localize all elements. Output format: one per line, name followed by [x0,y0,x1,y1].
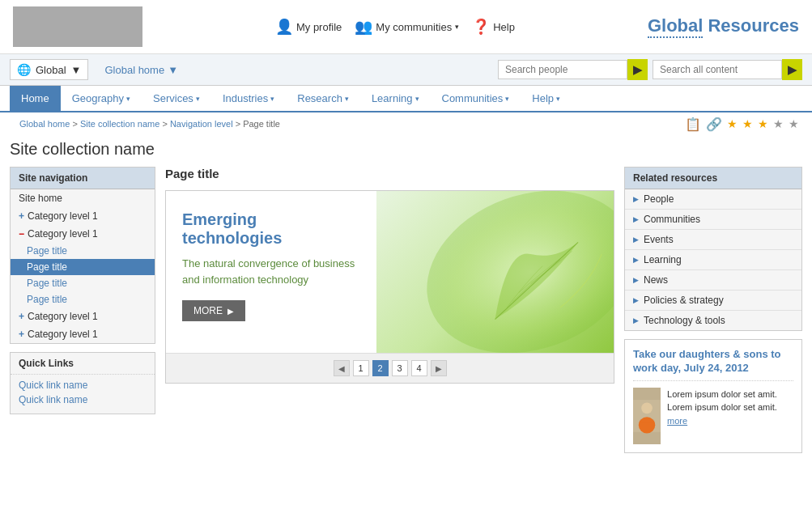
quick-links-header: Quick Links [11,353,155,375]
carousel-description: The natural convergence of business and … [182,256,360,287]
page-body: Site collection name Site navigation Sit… [0,132,812,461]
quick-links-box: Quick Links Quick link name Quick link n… [10,352,155,414]
svg-point-3 [639,417,655,433]
event-text: Lorem ipsum dolor set amit. Lorem ipsum … [667,388,793,414]
breadcrumb-nav-level[interactable]: Navigation level [170,119,233,129]
search-all-wrap: ▶ [653,59,802,80]
more-arrow-icon: ▶ [227,307,234,316]
site-collection-name: Site collection name [10,140,802,159]
carousel-inner: Emerging technologies The natural conver… [166,191,614,353]
quick-link-1[interactable]: Quick link name [19,380,147,391]
nav-home[interactable]: Home [10,86,61,111]
breadcrumb-site-collection[interactable]: Site collection name [80,119,159,129]
carousel-pagination: ◀ 1 2 3 4 ▶ [166,353,614,383]
learning-arrow: ▾ [415,95,419,103]
brand-area: Global Resources [648,15,799,38]
globe-icon: 🌐 [17,63,31,76]
related-events[interactable]: ▶ Events [625,230,801,250]
related-people[interactable]: ▶ People [625,189,801,210]
profile-icon: 👤 [275,18,293,36]
search-inputs: ▶ ▶ [498,59,802,80]
carousel-next-button[interactable]: ▶ [431,360,447,376]
sidebar-page3[interactable]: Page title [11,291,155,308]
event-box: Take our daughters & sons to work day, J… [624,339,802,453]
copy-icon[interactable]: 📋 [685,117,701,132]
top-nav: 👤 My profile 👥 My communities ▾ ❓ Help [275,18,515,36]
global-select[interactable]: 🌐 Global ▼ [10,59,88,80]
carousel-page-1[interactable]: 1 [353,360,369,376]
search-people-input[interactable] [498,60,627,79]
logo [13,6,142,47]
logo-area [13,6,142,47]
sidebar-cat2[interactable]: − Category level 1 [11,225,155,243]
search-all-input[interactable] [653,60,782,79]
people-tri-icon: ▶ [633,195,639,203]
site-navigation-box: Site navigation Site home + Category lev… [10,167,155,344]
link-icon[interactable]: 🔗 [706,117,722,132]
communities-nav-arrow: ▾ [505,95,509,103]
star-5-icon[interactable]: ★ [789,117,799,130]
communities-icon: 👥 [355,18,372,36]
help-link[interactable]: ❓ Help [472,18,515,36]
sidebar-cat1[interactable]: + Category level 1 [11,207,155,225]
sidebar-site-home[interactable]: Site home [11,189,155,207]
related-technology[interactable]: ▶ Technology & tools [625,311,801,330]
carousel-more-button[interactable]: MORE ▶ [182,300,245,321]
search-all-button[interactable]: ▶ [782,59,802,80]
sidebar-page2[interactable]: Page title [11,275,155,291]
my-communities-link[interactable]: 👥 My communities ▾ [355,18,459,36]
sidebar-cat4[interactable]: + Category level 1 [11,325,155,343]
related-news[interactable]: ▶ News [625,270,801,291]
nav-industries[interactable]: Industries ▾ [211,86,286,111]
nav-bar: Home Geography ▾ Services ▾ Industries ▾… [0,86,812,112]
star-3-icon[interactable]: ★ [758,117,768,130]
sidebar-cat3[interactable]: + Category level 1 [11,308,155,325]
cat2-collapse-icon: − [19,228,24,240]
star-2-icon[interactable]: ★ [742,117,753,130]
brand-part1: Global [648,15,703,38]
global-home-link[interactable]: Global home ▼ [104,64,178,76]
help-nav-arrow: ▾ [556,95,560,103]
carousel-page-3[interactable]: 3 [392,360,408,376]
news-tri-icon: ▶ [633,276,639,284]
star-4-icon[interactable]: ★ [773,117,784,130]
nav-services[interactable]: Services ▾ [142,86,211,111]
breadcrumb: Global home > Site collection name > Nav… [10,116,290,132]
related-resources-header: Related resources [625,168,801,189]
nav-help[interactable]: Help ▾ [521,86,572,111]
nav-communities[interactable]: Communities ▾ [431,86,521,111]
carousel-prev-button[interactable]: ◀ [334,360,350,376]
quick-link-2[interactable]: Quick link name [19,394,147,405]
sidebar-page-active[interactable]: Page title [11,259,155,275]
breadcrumb-row: Global home > Site collection name > Nav… [10,116,802,132]
related-resources-box: Related resources ▶ People ▶ Communities… [624,167,802,331]
nav-learning[interactable]: Learning ▾ [360,86,431,111]
event-more-link[interactable]: more [667,416,687,426]
communities-tri-icon: ▶ [633,215,639,223]
page-title-bar: Page title [165,167,614,184]
top-bar: 👤 My profile 👥 My communities ▾ ❓ Help G… [0,0,812,54]
related-policies[interactable]: ▶ Policies & strategy [625,291,801,311]
sidebar-page1[interactable]: Page title [11,243,155,259]
star-1-icon[interactable]: ★ [727,117,738,130]
nav-research[interactable]: Research ▾ [286,86,360,111]
my-communities-label: My communities [376,21,452,33]
nav-geography[interactable]: Geography ▾ [61,86,142,111]
my-profile-label: My profile [296,21,342,33]
breadcrumb-global-home[interactable]: Global home [19,119,70,129]
policies-tri-icon: ▶ [633,296,639,304]
search-people-button[interactable]: ▶ [627,59,648,80]
svg-rect-4 [640,420,654,422]
carousel-page-2[interactable]: 2 [372,360,389,376]
carousel-text: Emerging technologies The natural conver… [166,191,376,353]
breadcrumb-current-page: Page title [243,119,280,129]
svg-point-2 [641,402,653,414]
carousel-page-4[interactable]: 4 [411,360,427,376]
my-profile-link[interactable]: 👤 My profile [275,18,342,36]
industries-arrow: ▾ [270,95,274,103]
brand: Global Resources [648,15,799,38]
related-communities[interactable]: ▶ Communities [625,210,801,230]
events-tri-icon: ▶ [633,235,639,244]
related-learning[interactable]: ▶ Learning [625,250,801,270]
help-icon: ❓ [472,18,490,36]
